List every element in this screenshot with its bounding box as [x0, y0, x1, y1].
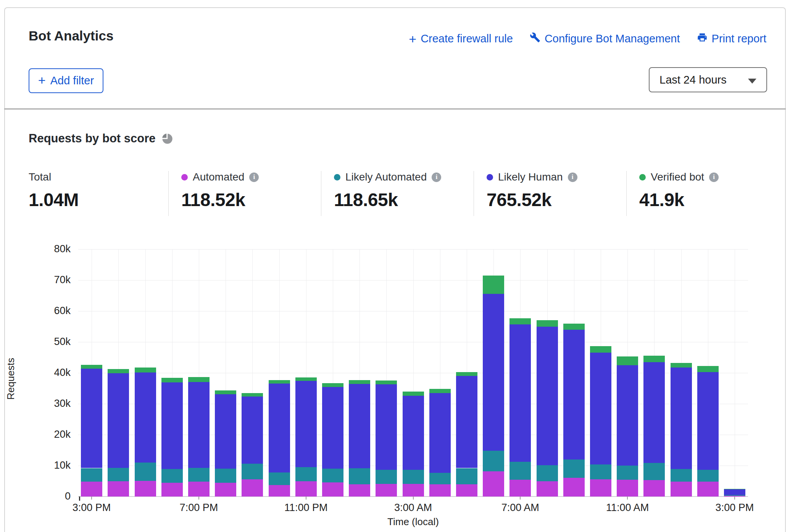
- x-tick-label: 11:00 AM: [585, 502, 669, 514]
- info-icon[interactable]: i: [432, 172, 441, 182]
- bar-segment-automated: [269, 485, 290, 497]
- bar-segment-verified-bot: [269, 380, 290, 384]
- bar-segment-automated: [376, 484, 397, 497]
- stat-divider: [321, 171, 321, 216]
- info-icon[interactable]: i: [568, 172, 577, 182]
- info-icon[interactable]: i: [249, 172, 259, 182]
- bar-segment-verified-bot: [537, 320, 558, 326]
- x-tick-mark: [91, 497, 92, 500]
- x-tick-mark: [734, 497, 735, 500]
- likely-human-legend-dot: [487, 174, 493, 181]
- y-tick-label: 80k: [17, 243, 71, 255]
- bar-segment-verified-bot: [322, 383, 343, 387]
- info-icon[interactable]: i: [709, 172, 719, 182]
- stat-verified-bot-value: 41.9k: [639, 189, 719, 210]
- stat-likely-automated-value: 118.65k: [334, 189, 441, 210]
- bar-segment-automated: [671, 482, 692, 497]
- bar-segment-automated: [643, 480, 665, 497]
- bar-segment-likely-human: [590, 353, 611, 464]
- bar-segment-automated: [697, 482, 719, 497]
- bar-segment-automated: [322, 482, 343, 497]
- bar-segment-automated: [349, 484, 370, 497]
- stat-verified-bot: Verified bot i 41.9k: [639, 171, 719, 210]
- bar-segment-likely-human: [322, 387, 343, 469]
- stat-likely-automated-label: Likely Automated: [345, 171, 427, 183]
- bar-segment-likely-automated: [135, 463, 156, 481]
- bar-segment-verified-bot: [697, 366, 719, 372]
- bar-segment-likely-automated: [349, 468, 370, 484]
- bar-segment-likely-automated: [108, 468, 129, 482]
- bar-segment-likely-automated: [161, 469, 183, 483]
- bar-segment-likely-automated: [563, 459, 585, 478]
- bar-segment-automated: [563, 478, 585, 497]
- bar-segment-likely-automated: [590, 464, 611, 479]
- bar-segment-verified-bot: [456, 372, 477, 376]
- bar-segment-likely-automated: [724, 495, 745, 496]
- bar-segment-verified-bot: [349, 380, 370, 384]
- bar-segment-automated: [456, 484, 477, 497]
- bar-segment-likely-automated: [81, 468, 102, 482]
- bar-segment-likely-human: [509, 324, 531, 462]
- stat-total-value: 1.04M: [29, 189, 79, 210]
- y-tick-label: 70k: [17, 274, 71, 286]
- bar-segment-automated: [215, 483, 236, 497]
- bar-segment-likely-human: [483, 294, 504, 451]
- bar-segment-likely-human: [242, 397, 263, 464]
- stat-total: Total 1.04M: [29, 171, 79, 210]
- y-axis-origin-tick: [79, 497, 80, 501]
- bar-segment-verified-bot: [161, 378, 183, 382]
- bar-segment-likely-human: [643, 362, 665, 463]
- print-report-link[interactable]: Print report: [697, 32, 766, 45]
- y-tick-label: 0: [17, 490, 71, 502]
- bar-segment-automated: [135, 481, 156, 497]
- x-tick-label: 7:00 AM: [478, 502, 562, 514]
- bar-segment-likely-automated: [376, 470, 397, 484]
- bar-segment-likely-automated: [509, 462, 531, 480]
- bar-segment-likely-automated: [295, 467, 317, 481]
- verified-bot-legend-dot: [639, 174, 646, 181]
- time-range-select[interactable]: Last 24 hours: [649, 67, 767, 92]
- bar-segment-likely-automated: [483, 451, 504, 471]
- bar-segment-likely-automated: [671, 469, 692, 482]
- bar-segment-automated: [537, 481, 558, 497]
- bar-segment-likely-human: [188, 382, 210, 468]
- time-range-value: Last 24 hours: [659, 74, 727, 86]
- configure-bot-management-link[interactable]: Configure Bot Management: [530, 32, 680, 45]
- wrench-icon: [530, 32, 540, 45]
- bar-segment-automated: [429, 484, 451, 497]
- bar-segment-likely-human: [81, 369, 102, 468]
- bar-segment-automated: [108, 481, 129, 497]
- create-firewall-rule-link[interactable]: + Create firewall rule: [409, 32, 513, 45]
- bar-segment-likely-automated: [215, 469, 236, 483]
- page-title: Bot Analytics: [29, 28, 113, 44]
- bar-segment-verified-bot: [108, 369, 129, 373]
- header-actions: + Create firewall rule Configure Bot Man…: [409, 32, 766, 45]
- stat-total-label: Total: [29, 171, 51, 183]
- x-tick-label: 3:00 PM: [693, 502, 777, 514]
- bar-segment-verified-bot: [81, 365, 102, 369]
- bar-segment-automated: [590, 479, 611, 497]
- x-tick-mark: [306, 497, 306, 500]
- stat-divider: [168, 171, 169, 216]
- pie-chart-icon: [161, 133, 173, 144]
- add-filter-button[interactable]: + Add filter: [29, 68, 103, 93]
- y-axis-title: Requests: [5, 341, 17, 417]
- stat-automated-label: Automated: [193, 171, 244, 183]
- bar-segment-verified-bot: [563, 324, 585, 329]
- bar-segment-likely-human: [563, 330, 585, 459]
- bar-segment-likely-automated: [322, 469, 343, 482]
- y-tick-label: 50k: [17, 336, 71, 348]
- bar-segment-likely-automated: [456, 468, 477, 484]
- grid-line-horizontal: [78, 280, 748, 281]
- bar-segment-likely-automated: [242, 464, 263, 479]
- x-tick-label: 11:00 PM: [264, 502, 348, 514]
- bar-segment-likely-automated: [643, 463, 665, 480]
- bar-segment-automated: [295, 481, 317, 497]
- bar-segment-likely-human: [108, 373, 129, 468]
- x-tick-label: 3:00 AM: [371, 502, 455, 514]
- bar-segment-verified-bot: [671, 363, 692, 368]
- bar-segment-likely-human: [429, 393, 451, 472]
- bar-segment-likely-human: [349, 384, 370, 468]
- bar-segment-likely-automated: [537, 465, 558, 481]
- bar-segment-verified-bot: [188, 377, 210, 382]
